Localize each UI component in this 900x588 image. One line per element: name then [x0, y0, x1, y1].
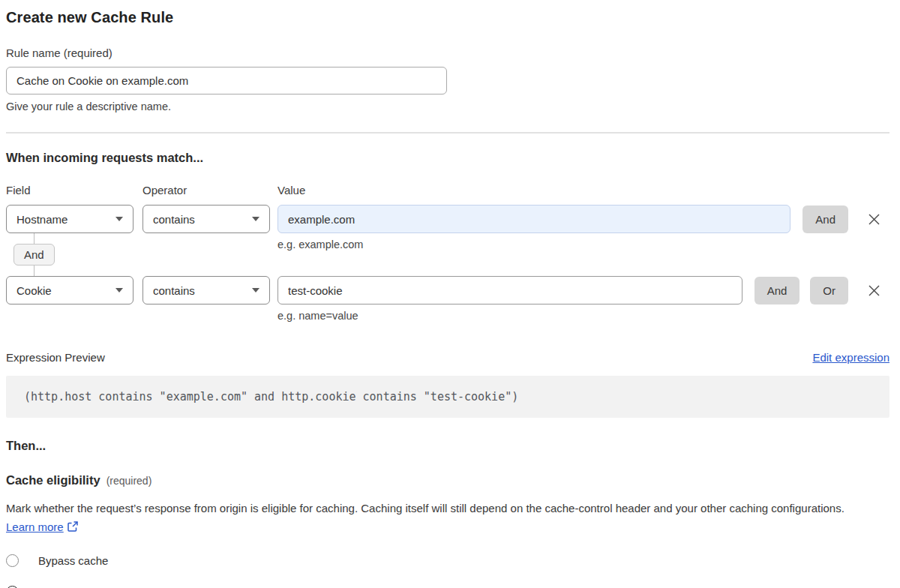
field-column-label: Field: [6, 184, 134, 196]
connector-and-button[interactable]: And: [14, 244, 55, 266]
condition-connector-band: e.g. example.com And: [6, 233, 890, 276]
value-hint: e.g. example.com: [278, 238, 363, 250]
section-divider: [6, 132, 890, 134]
cache-eligibility-title: Cache eligibility: [6, 473, 100, 488]
radio-unchecked-icon: [6, 554, 19, 567]
chevron-down-icon: [116, 217, 123, 221]
rule-name-input[interactable]: [6, 67, 447, 94]
close-icon: [868, 284, 880, 297]
close-icon: [868, 213, 880, 226]
condition-column-labels: Field Operator Value: [6, 184, 890, 196]
required-note: (required): [106, 475, 152, 487]
expression-preview-label: Expression Preview: [6, 351, 105, 364]
create-cache-rule-page: Create new Cache Rule Rule name (require…: [0, 0, 900, 588]
remove-condition-button[interactable]: [864, 209, 884, 229]
expression-code-block: (http.host contains "example.com" and ht…: [6, 376, 890, 418]
rule-name-label: Rule name (required): [6, 46, 890, 59]
condition-row: Hostname contains And: [6, 205, 884, 233]
chevron-down-icon: [116, 288, 123, 292]
edit-expression-link[interactable]: Edit expression: [812, 351, 890, 364]
add-and-condition-button[interactable]: And: [802, 206, 848, 233]
rule-name-helper: Give your rule a descriptive name.: [6, 100, 890, 112]
value-input[interactable]: [278, 276, 742, 304]
remove-condition-button[interactable]: [864, 280, 884, 300]
operator-select-value: contains: [153, 213, 195, 226]
condition-row: Cookie contains And Or: [6, 276, 884, 304]
page-title: Create new Cache Rule: [6, 9, 890, 26]
operator-select[interactable]: contains: [142, 205, 270, 233]
expression-preview-header: Expression Preview Edit expression: [6, 351, 890, 364]
value-hint: e.g. name=value: [278, 310, 890, 322]
value-column-label: Value: [278, 184, 305, 196]
cache-eligibility-description: Mark whether the request’s response from…: [6, 499, 876, 536]
match-section-heading: When incoming requests match...: [6, 151, 890, 165]
value-input[interactable]: [278, 205, 790, 233]
cache-eligibility-header: Cache eligibility (required): [6, 473, 890, 488]
connector-line: [34, 266, 34, 276]
field-select[interactable]: Cookie: [6, 276, 134, 304]
learn-more-link[interactable]: Learn more: [6, 520, 64, 533]
connector-line: [34, 233, 34, 244]
chevron-down-icon: [252, 288, 260, 292]
radio-option-label: Bypass cache: [38, 554, 108, 567]
field-select[interactable]: Hostname: [6, 205, 134, 233]
radio-option-bypass-cache[interactable]: Bypass cache: [6, 554, 890, 567]
field-select-value: Cookie: [16, 284, 52, 297]
add-or-condition-button[interactable]: Or: [810, 277, 848, 304]
operator-column-label: Operator: [142, 184, 270, 196]
field-select-value: Hostname: [16, 213, 68, 226]
then-section-heading: Then...: [6, 439, 890, 453]
and-connector: And: [14, 233, 55, 276]
chevron-down-icon: [252, 217, 260, 221]
operator-select[interactable]: contains: [142, 276, 270, 304]
external-link-icon: [67, 520, 79, 532]
add-and-condition-button[interactable]: And: [754, 277, 800, 304]
operator-select-value: contains: [153, 284, 195, 297]
description-text: Mark whether the request’s response from…: [6, 502, 844, 514]
